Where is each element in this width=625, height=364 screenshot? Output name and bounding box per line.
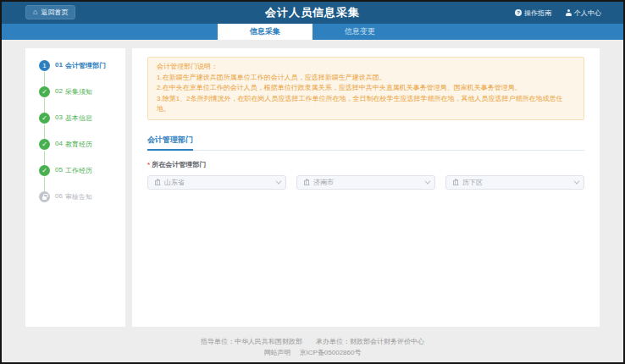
step3-num: 03	[55, 113, 63, 123]
guide-link-label: 操作指南	[524, 8, 551, 18]
site-statement-link[interactable]: 网站声明	[264, 349, 291, 356]
home-button[interactable]: ⌂ 返回首页	[25, 5, 75, 19]
footer-sponsor-line: 指导单位：中华人民共和国财政部 承办单位：财政部会计财务评价中心	[2, 337, 623, 347]
step2-num: 02	[55, 87, 63, 97]
step6-label: 审核告知	[65, 192, 92, 201]
header: ⌂ 返回首页 会计人员信息采集 ? 操作指南 个人中心	[2, 2, 623, 24]
step-basic-info[interactable]: 03 基本信息	[39, 113, 120, 124]
step-accounting-department[interactable]: 1 01 会计管理部门	[39, 60, 120, 71]
person-icon	[565, 9, 572, 16]
province-select[interactable]: 山东省	[147, 175, 286, 190]
guide-icon: ?	[515, 9, 522, 16]
step6-num: 06	[55, 192, 63, 201]
notice-line-3: 3.除第1、2条所列情况外，在职在岗人员应选择工作单位所在地，全日制在校学生应选…	[157, 94, 575, 115]
lock-icon	[39, 191, 50, 202]
building-icon	[154, 179, 161, 185]
section-title: 会计管理部门	[147, 135, 193, 151]
region-selects: 山东省 济南市 历下区	[147, 175, 584, 190]
tab-info-change[interactable]: 信息变更	[312, 24, 407, 40]
check-icon	[39, 139, 50, 150]
step-education-history[interactable]: 04 教育经历	[39, 139, 120, 150]
building-icon	[452, 179, 459, 185]
content-area: 1 01 会计管理部门 02 采集须知 03 基本信息	[2, 40, 623, 334]
check-icon	[39, 165, 50, 176]
chevron-down-icon	[573, 178, 579, 184]
notice-line-2: 2.在中央在京单位工作的会计人员，根据单位行政隶属关系，应选择中共中央直属机关事…	[157, 83, 575, 94]
check-icon	[39, 113, 50, 124]
check-icon	[39, 86, 50, 97]
step5-num: 05	[55, 166, 63, 175]
tab-bar: 信息采集 信息变更	[2, 24, 623, 40]
step4-label: 教育经历	[65, 140, 92, 149]
step2-label: 采集须知	[65, 87, 92, 97]
required-mark: *	[147, 161, 150, 168]
chevron-down-icon	[424, 178, 430, 184]
step-review-notice[interactable]: 06 审核告知	[39, 191, 120, 202]
chevron-down-icon	[275, 178, 281, 184]
main-panel: 会计管理部门说明： 1.在新疆生产建设兵团所属单位工作的会计人员，应选择新疆生产…	[132, 48, 600, 327]
header-actions: ? 操作指南 个人中心	[515, 2, 601, 24]
notice-line-1: 1.在新疆生产建设兵团所属单位工作的会计人员，应选择新疆生产建设兵团。	[157, 73, 575, 84]
building-icon	[303, 179, 310, 185]
step4-num: 04	[55, 140, 63, 149]
page-title: 会计人员信息采集	[265, 5, 360, 20]
personal-center-label: 个人中心	[574, 8, 601, 18]
app-window: ⌂ 返回首页 会计人员信息采集 ? 操作指南 个人中心 信息采集 信息变更 1 …	[0, 0, 625, 364]
field-label: *所在会计管理部门	[147, 160, 584, 169]
city-value: 济南市	[313, 178, 334, 187]
step-collection-notice[interactable]: 02 采集须知	[39, 86, 120, 97]
guide-link[interactable]: ? 操作指南	[515, 8, 551, 18]
city-select[interactable]: 济南市	[296, 175, 435, 190]
province-value: 山东省	[164, 178, 185, 187]
step5-label: 工作经历	[65, 166, 92, 175]
section-header: 会计管理部门	[147, 130, 584, 151]
district-value: 历下区	[462, 178, 483, 187]
personal-center-link[interactable]: 个人中心	[565, 8, 601, 18]
step1-number-badge: 1	[39, 60, 50, 71]
step1-num: 01	[55, 61, 63, 70]
tab-info-collection[interactable]: 信息采集	[218, 24, 312, 40]
home-icon: ⌂	[33, 8, 37, 16]
field-label-text: 所在会计管理部门	[152, 161, 206, 168]
step3-label: 基本信息	[65, 113, 92, 123]
district-select[interactable]: 历下区	[445, 175, 584, 190]
icp-number: 京ICP备05002860号	[300, 349, 362, 356]
steps-sidebar: 1 01 会计管理部门 02 采集须知 03 基本信息	[25, 48, 125, 327]
notice-box: 会计管理部门说明： 1.在新疆生产建设兵团所属单位工作的会计人员，应选择新疆生产…	[147, 57, 584, 120]
footer: 指导单位：中华人民共和国财政部 承办单位：财政部会计财务评价中心 网站声明京IC…	[2, 334, 623, 362]
step-work-history[interactable]: 05 工作经历	[39, 165, 120, 176]
home-button-label: 返回首页	[41, 8, 68, 17]
notice-title: 会计管理部门说明：	[157, 62, 575, 73]
step1-label: 会计管理部门	[65, 61, 106, 70]
